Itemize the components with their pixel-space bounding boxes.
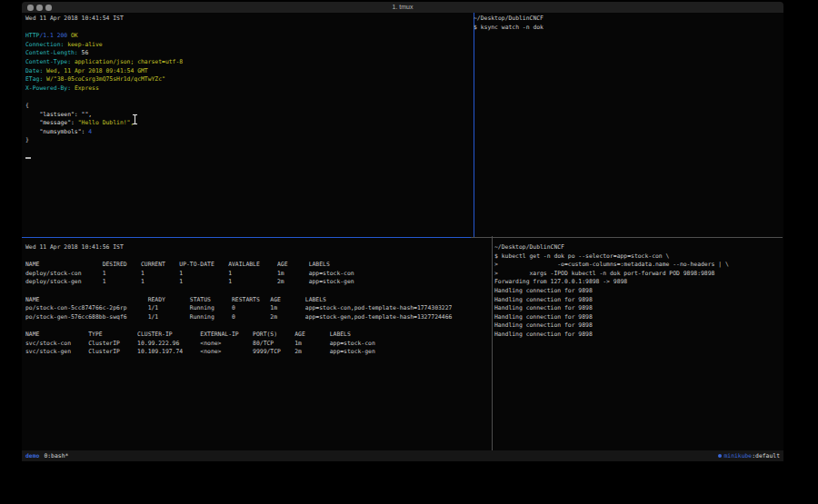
status-left: demo0:bash* — [25, 450, 68, 461]
terminal-window: 1. tmux Wed 11 Apr 2018 10:41:54 IST HTT… — [22, 2, 783, 461]
kube-context: minikube — [723, 452, 752, 460]
pane-ksync[interactable]: ~/Desktop/DublinCNCF $ ksync watch -n do… — [471, 13, 783, 238]
blank-line — [25, 24, 474, 33]
timestamp-line: Wed 11 Apr 2018 10:41:56 IST — [25, 243, 492, 252]
http-header-line: Content-Length: 56 — [25, 49, 474, 58]
pane-http-response[interactable]: Wed 11 Apr 2018 10:41:54 IST HTTP/1.1 20… — [22, 13, 474, 238]
pods-header: NAME READY STATUS RESTARTS AGE LABELS — [25, 296, 492, 305]
kube-namespace: :default — [752, 452, 780, 460]
json-line-lastseen: "lastseen": "", — [25, 111, 474, 120]
json-brace-close: } — [25, 136, 474, 145]
output-line: Handling connection for 9898 — [494, 313, 789, 322]
services-header: NAME TYPE CLUSTER-IP EXTERNAL-IP PORT(S)… — [25, 331, 492, 340]
blank-line — [25, 287, 492, 296]
blank-line — [25, 145, 474, 154]
kubernetes-icon — [718, 454, 723, 459]
json-line-numsymbols: "numsymbols": 4 — [25, 128, 474, 137]
blank-line — [25, 93, 474, 102]
command-line: $ kubectl get -n dok po --selector=app=s… — [494, 252, 789, 262]
status-right: minikube:default — [718, 450, 780, 461]
table-row: deploy/stock-gen 1 1 1 1 2m app=stock-ge… — [25, 278, 492, 287]
tmux-status-bar: demo0:bash* minikube:default — [22, 450, 783, 461]
traffic-lights — [27, 5, 52, 11]
output-line: Handling connection for 9898 — [494, 321, 789, 331]
output-line: Handling connection for 9898 — [494, 296, 789, 305]
window-title: 1. tmux — [22, 2, 783, 13]
blank-line — [25, 252, 492, 262]
cwd-line: ~/Desktop/DublinCNCF — [474, 15, 783, 24]
output-line: Handling connection for 9898 — [494, 304, 789, 313]
http-header-line: Connection: keep-alive — [25, 41, 474, 50]
close-button[interactable] — [27, 5, 34, 11]
command-continuation: > -o=custom-columns=:metadata.name --no-… — [494, 261, 789, 270]
http-header-line: X-Powered-By: Express — [25, 84, 474, 94]
http-header-line: Content-Type: application/json; charset=… — [25, 58, 474, 67]
mouse-cursor-ibeam — [133, 114, 137, 124]
json-line-message: "message": "Hello Dublin!", — [25, 119, 474, 128]
json-brace-open: { — [25, 102, 474, 111]
window-titlebar[interactable]: 1. tmux — [22, 2, 783, 13]
cwd-line: ~/Desktop/DublinCNCF — [494, 243, 789, 252]
timestamp-line: Wed 11 Apr 2018 10:41:54 IST — [25, 15, 474, 24]
table-row: deploy/stock-con 1 1 1 1 1m app=stock-co… — [25, 270, 492, 279]
tmux-window-tab[interactable]: 0:bash* — [44, 452, 68, 460]
deployments-header: NAME DESIRED CURRENT UP-TO-DATE AVAILABL… — [25, 261, 492, 270]
http-status-line: HTTP/1.1 200 OK — [25, 32, 474, 41]
zoom-button[interactable] — [45, 5, 52, 11]
table-row: po/stock-gen-576cc688bb-swqf6 1/1 Runnin… — [25, 313, 492, 322]
session-name: demo — [25, 452, 39, 460]
minimize-button[interactable] — [36, 5, 43, 11]
http-protocol: HTTP — [25, 32, 39, 39]
table-row: svc/stock-con ClusterIP 10.99.222.96 <no… — [25, 340, 492, 349]
table-row: po/stock-con-5cc874766c-2p6rp 1/1 Runnin… — [25, 304, 492, 313]
blank-line — [25, 321, 492, 331]
terminal-cursor — [25, 157, 31, 160]
output-line: Handling connection for 9898 — [494, 287, 789, 296]
desktop-background: 1. tmux Wed 11 Apr 2018 10:41:54 IST HTT… — [0, 0, 818, 504]
http-header-line: ETag: W/"38-05coCsrg3mQ75sHr1d/qcMTwYZc" — [25, 75, 474, 84]
command-continuation: > xargs -IPOD kubectl -n dok port-forwar… — [494, 270, 789, 279]
output-line: Handling connection for 9898 — [494, 331, 789, 340]
table-row: svc/stock-gen ClusterIP 10.109.197.74 <n… — [25, 348, 492, 357]
http-header-line: Date: Wed, 11 Apr 2018 09:41:54 GMT — [25, 67, 474, 76]
command-line: $ ksync watch -n dok — [474, 24, 783, 33]
pane-kubectl-get[interactable]: Wed 11 Apr 2018 10:41:56 IST NAME DESIRE… — [22, 236, 493, 458]
output-line: Forwarding from 127.0.0.1:9898 -> 9898 — [494, 278, 789, 287]
pane-port-forward[interactable]: ~/Desktop/DublinCNCF $ kubectl get -n do… — [489, 236, 789, 458]
http-reason: OK — [67, 32, 78, 39]
cursor-line — [25, 154, 474, 163]
http-version-code: /1.1 200 — [39, 32, 67, 39]
